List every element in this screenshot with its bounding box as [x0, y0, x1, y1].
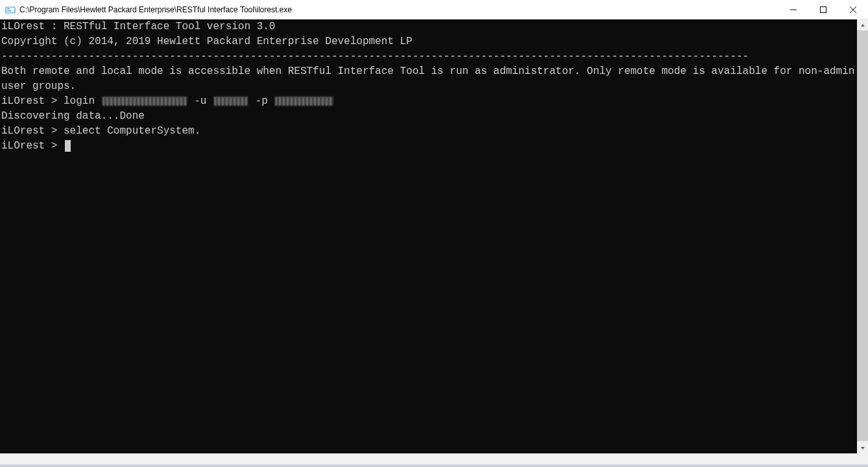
redacted-host [102, 97, 187, 106]
terminal-line: Discovering data...Done [1, 109, 857, 124]
minimize-button[interactable] [778, 0, 808, 19]
terminal-output[interactable]: iLOrest : RESTful Interface Tool version… [0, 19, 857, 464]
terminal-line: Copyright (c) 2014, 2019 Hewlett Packard… [1, 34, 857, 49]
terminal-line: iLOrest > select ComputerSystem. [1, 124, 857, 139]
redacted-user [214, 97, 248, 106]
scroll-up-button[interactable] [857, 19, 868, 30]
content-area: iLOrest : RESTful Interface Tool version… [0, 19, 868, 464]
login-p-flag: -p [249, 95, 274, 107]
terminal-line: iLOrest > login -u -p [1, 94, 857, 109]
terminal-prompt-line: iLOrest > [1, 139, 857, 154]
window-title: C:\Program Files\Hewlett Packard Enterpr… [19, 5, 778, 14]
taskbar-edge [0, 464, 868, 467]
svg-rect-2 [7, 10, 11, 11]
cursor-icon [65, 140, 71, 152]
scrollbar-corner [857, 453, 868, 464]
svg-rect-4 [821, 6, 826, 12]
terminal-line: Both remote and local mode is accessible… [1, 64, 857, 94]
terminal-prompt: iLOrest > [1, 140, 64, 152]
horizontal-scrollbar[interactable] [0, 453, 857, 464]
scrollbar-thumb[interactable] [857, 30, 868, 441]
login-u-flag: -u [188, 95, 213, 107]
window-controls [778, 0, 868, 19]
redacted-password [275, 97, 333, 106]
login-command-prefix: iLOrest > login [1, 95, 101, 107]
window-titlebar: C:\Program Files\Hewlett Packard Enterpr… [0, 0, 868, 19]
svg-rect-0 [6, 7, 15, 13]
terminal-line: iLOrest : RESTful Interface Tool version… [1, 19, 857, 34]
maximize-button[interactable] [808, 0, 838, 19]
app-icon [5, 5, 16, 15]
vertical-scrollbar[interactable] [857, 19, 868, 464]
horizontal-scrollbar-thumb[interactable] [0, 453, 857, 464]
svg-rect-3 [790, 9, 797, 10]
close-button[interactable] [838, 0, 868, 19]
svg-rect-1 [7, 8, 10, 9]
terminal-line: ----------------------------------------… [1, 49, 857, 64]
scroll-down-button[interactable] [857, 442, 868, 453]
